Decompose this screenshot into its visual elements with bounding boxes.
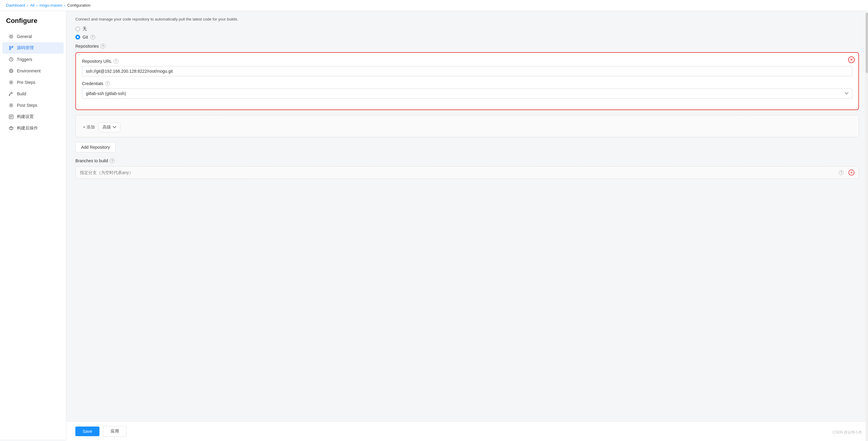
presteps-gear-icon (8, 80, 14, 85)
sidebar-item-build-settings-label: 构建设置 (17, 114, 34, 119)
git-help-icon[interactable]: ? (90, 35, 95, 39)
breadcrumb: Dashboard › All › mogu-maven › Configura… (0, 0, 868, 11)
repositories-help-icon[interactable]: ? (101, 44, 105, 49)
branch-input-row: ? ✕ (75, 166, 859, 179)
breadcrumb-sep-3: › (64, 3, 65, 7)
credentials-label: Credentials (82, 81, 103, 86)
sidebar-item-triggers-label: Triggers (17, 57, 32, 62)
branches-section: Branches to build ? ? ✕ (75, 158, 859, 179)
apply-button[interactable]: 应用 (103, 426, 127, 437)
save-button[interactable]: Save (75, 427, 99, 436)
sidebar-item-environment-label: Environment (17, 68, 41, 73)
svg-point-8 (10, 82, 12, 83)
source-type-radio-group: 无 Git ? (75, 26, 859, 39)
repositories-label: Repositories (75, 44, 99, 49)
sidebar-item-general[interactable]: General (2, 31, 64, 42)
sidebar-item-post-build[interactable]: 构建后操作 (2, 122, 64, 134)
repository-card: ✕ Repository URL ? Credentials ? gitlab-… (75, 52, 859, 110)
repository-url-help-icon[interactable]: ? (114, 59, 119, 64)
advanced-label: 高级 (102, 124, 111, 130)
add-repository-button[interactable]: Add Repository (75, 142, 116, 152)
sidebar-item-pre-steps[interactable]: Pre Steps (2, 77, 64, 88)
svg-point-11 (10, 105, 12, 106)
svg-line-10 (9, 94, 10, 96)
sidebar-item-build[interactable]: Build (2, 88, 64, 99)
radio-none-circle (75, 27, 80, 31)
repository-url-field: Repository URL ? (82, 59, 852, 76)
clock-icon (8, 57, 14, 62)
branch-field-help-icon[interactable]: ? (839, 170, 844, 175)
gear-icon (8, 34, 14, 39)
branch-input[interactable] (80, 170, 839, 175)
breadcrumb-project[interactable]: mogu-maven (39, 3, 62, 7)
cube-icon (8, 125, 14, 131)
sidebar-item-pre-steps-label: Pre Steps (17, 80, 35, 85)
breadcrumb-all[interactable]: All (30, 3, 34, 7)
sidebar-item-build-label: Build (17, 91, 26, 96)
globe-icon (8, 68, 14, 74)
sidebar-item-post-steps[interactable]: Post Steps (2, 99, 64, 111)
svg-rect-9 (10, 92, 12, 94)
sidebar-item-environment[interactable]: Environment (2, 65, 64, 77)
watermark: CSDN @运维小杰 (832, 430, 862, 435)
sidebar: Configure General 源码管理 Triggers Environm… (0, 11, 66, 439)
branches-help-icon[interactable]: ? (110, 158, 115, 163)
branch-close-button[interactable]: ✕ (848, 170, 855, 176)
sidebar-item-triggers[interactable]: Triggers (2, 54, 64, 65)
repository-url-label: Repository URL (82, 59, 112, 64)
additional-options-container: + 添加 高级 (75, 115, 859, 137)
breadcrumb-sep-2: › (36, 3, 37, 7)
credentials-help-icon[interactable]: ? (105, 81, 110, 86)
radio-none[interactable]: 无 (75, 26, 859, 32)
chevron-down-icon (113, 126, 116, 128)
svg-point-2 (9, 49, 10, 50)
radio-git-circle (75, 35, 80, 39)
credentials-select[interactable]: gitlab-ssh (gitlab-ssh) (82, 88, 852, 99)
section-description: Connect and manage your code repository … (75, 17, 859, 22)
scrollbar-track (866, 13, 868, 441)
sidebar-item-general-label: General (17, 34, 32, 39)
sidebar-item-build-settings[interactable]: 构建设置 (2, 111, 64, 122)
branches-label-row: Branches to build ? (75, 158, 859, 163)
repository-url-input[interactable] (82, 66, 852, 76)
sidebar-item-post-steps-label: Post Steps (17, 103, 37, 108)
repositories-label-row: Repositories ? (75, 44, 859, 49)
settings-box-icon (8, 114, 14, 119)
radio-git-label: Git (83, 35, 88, 39)
sidebar-title: Configure (0, 17, 66, 31)
breadcrumb-dashboard[interactable]: Dashboard (6, 3, 25, 7)
branch-icon (8, 45, 14, 51)
breadcrumb-sep-1: › (27, 3, 28, 7)
credentials-label-row: Credentials ? (82, 81, 852, 86)
radio-none-label: 无 (83, 26, 87, 32)
poststeps-gear-icon (8, 102, 14, 108)
bottom-bar: Save 应用 (66, 421, 868, 441)
svg-point-0 (10, 36, 12, 37)
branches-label: Branches to build (75, 158, 108, 163)
add-button[interactable]: + 添加 (81, 123, 97, 131)
breadcrumb-current: Configuration (67, 3, 90, 7)
credentials-field: Credentials ? gitlab-ssh (gitlab-ssh) (82, 81, 852, 99)
scrollbar-thumb[interactable] (866, 13, 868, 73)
hammer-icon (8, 91, 14, 96)
repository-card-close-button[interactable]: ✕ (848, 56, 855, 63)
radio-git[interactable]: Git ? (75, 35, 859, 39)
sidebar-item-post-build-label: 构建后操作 (17, 125, 38, 131)
main-content: Connect and manage your code repository … (66, 11, 868, 439)
sidebar-item-source-control[interactable]: 源码管理 (2, 42, 64, 54)
svg-point-3 (12, 46, 13, 47)
repository-url-label-row: Repository URL ? (82, 59, 852, 64)
advanced-toggle[interactable]: 高级 (98, 122, 120, 132)
svg-point-1 (9, 46, 10, 47)
sidebar-item-source-control-label: 源码管理 (17, 45, 34, 51)
